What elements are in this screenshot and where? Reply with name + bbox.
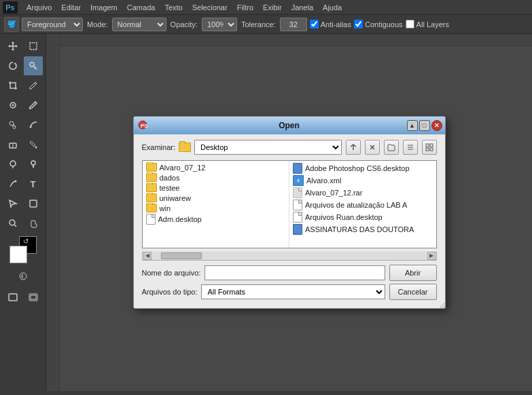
paint-bucket-tool[interactable]: [24, 135, 43, 154]
blur-tool[interactable]: [3, 155, 22, 174]
screen-mode2-btn[interactable]: [24, 288, 43, 307]
opacity-select[interactable]: 100%: [202, 18, 237, 31]
lasso-tool[interactable]: [3, 56, 22, 75]
horizontal-scrollbar[interactable]: ◀ ▶: [142, 251, 437, 261]
list-item[interactable]: Arquivos de atualização LAB A: [291, 199, 435, 211]
menu-janela[interactable]: Janela: [287, 2, 318, 13]
svg-line-40: [440, 303, 445, 308]
resize-handle[interactable]: [437, 300, 445, 308]
list-item[interactable]: Arquivos Ruan.desktop: [291, 211, 435, 223]
menu-exibir[interactable]: Exibir: [258, 2, 287, 13]
menu-editar[interactable]: Editar: [56, 2, 86, 13]
file-icon: [293, 212, 302, 223]
svg-marker-3: [16, 45, 18, 48]
list-item[interactable]: Adm.desktop: [144, 213, 288, 225]
contiguous-checkbox[interactable]: [354, 20, 363, 29]
cancel-button[interactable]: Cancelar: [389, 284, 437, 300]
hand-tool[interactable]: [24, 214, 43, 233]
spot-heal-tool[interactable]: [3, 96, 22, 115]
menu-texto[interactable]: Texto: [160, 2, 187, 13]
tolerance-input[interactable]: [280, 18, 307, 31]
delete-btn[interactable]: [365, 140, 380, 155]
swap-colors-icon[interactable]: ↺: [23, 238, 29, 245]
new-folder-btn[interactable]: [384, 140, 399, 155]
anti-alias-checkbox[interactable]: [310, 20, 319, 29]
list-item[interactable]: win: [144, 203, 288, 213]
tool-row-6: [3, 135, 43, 154]
go-up-btn[interactable]: [346, 140, 361, 155]
list-item[interactable]: Adobe Photoshop CS6.desktop: [291, 162, 435, 174]
path-select-tool[interactable]: [3, 194, 22, 213]
menu-ajuda[interactable]: Ajuda: [318, 2, 347, 13]
list-item[interactable]: dados: [144, 172, 288, 183]
all-layers-label[interactable]: All Layers: [406, 20, 449, 29]
magic-wand-tool[interactable]: [24, 56, 43, 75]
history-brush-tool[interactable]: [24, 115, 43, 134]
background-color[interactable]: [10, 246, 27, 263]
contiguous-label[interactable]: Contiguous: [354, 20, 403, 29]
dialog-minimize-btn[interactable]: ▲: [407, 120, 418, 131]
svg-text:PS: PS: [141, 123, 147, 129]
tool-row-4: [3, 96, 43, 115]
svg-point-16: [29, 126, 31, 128]
list-item[interactable]: X Alvaro.xml: [291, 174, 435, 187]
menu-imagem[interactable]: Imagem: [86, 2, 122, 13]
tool-row-10: [3, 214, 43, 233]
list-item[interactable]: Alvaro_07_12.rar: [291, 187, 435, 199]
menu-arquivo[interactable]: Arquivo: [22, 2, 56, 13]
list-item[interactable]: Alvaro_07_12: [144, 162, 288, 172]
list-item[interactable]: uniwarew: [144, 193, 288, 203]
tool-preset-icon[interactable]: 🪣: [4, 17, 19, 32]
pen-tool[interactable]: [3, 174, 22, 193]
dialog-maximize-btn[interactable]: □: [419, 120, 430, 131]
tolerance-label: Tolerance:: [241, 20, 276, 29]
text-tool[interactable]: T: [24, 174, 43, 193]
eraser-tool[interactable]: [3, 135, 22, 154]
open-button[interactable]: Abrir: [389, 265, 437, 281]
folder-icon: [146, 193, 157, 202]
filetype-row: Arquivos do tipo: All Formats Cancelar: [142, 284, 437, 300]
list-item[interactable]: ASSINATURAS DAS DOUTORA: [291, 223, 435, 236]
mode-select[interactable]: Normal: [112, 18, 166, 31]
quick-mask-tool[interactable]: [14, 267, 33, 286]
examinar-select[interactable]: Desktop: [194, 140, 341, 155]
svg-point-23: [14, 181, 16, 183]
list-view-btn[interactable]: [403, 140, 418, 155]
open-dialog: PS Open ▲ □ ✕ Examinar:: [133, 116, 446, 309]
move-tool[interactable]: [3, 37, 22, 56]
clone-stamp-tool[interactable]: [3, 115, 22, 134]
examinar-row: Examinar: Desktop: [142, 140, 437, 155]
menu-camada[interactable]: Camada: [122, 2, 160, 13]
dialog-close-btn[interactable]: ✕: [431, 120, 442, 131]
menu-selecionar[interactable]: Selecionar: [188, 2, 232, 13]
svg-line-26: [14, 225, 16, 227]
list-item[interactable]: testee: [144, 183, 288, 193]
details-view-btn[interactable]: [422, 140, 437, 155]
screen-mode-btn[interactable]: [3, 288, 22, 307]
zoom-tool[interactable]: [3, 214, 22, 233]
filetype-select[interactable]: All Formats: [201, 284, 385, 299]
rar-file-icon: [293, 187, 302, 198]
filename-input[interactable]: [205, 265, 385, 280]
tool-foreground-select[interactable]: Foreground: [22, 18, 83, 31]
anti-alias-label[interactable]: Anti-alias: [310, 20, 351, 29]
brush-tool[interactable]: [24, 96, 43, 115]
file-icon: [146, 214, 156, 225]
eyedropper-tool[interactable]: [24, 76, 43, 95]
color-swatches[interactable]: ↺: [10, 236, 37, 263]
dialog-titlebar: PS Open ▲ □ ✕: [134, 117, 445, 134]
desktop-file-icon: [293, 163, 302, 174]
tool-row-1: [3, 37, 43, 56]
shape-tool[interactable]: [24, 194, 43, 213]
scroll-thumb[interactable]: [161, 252, 202, 259]
all-layers-checkbox[interactable]: [406, 20, 414, 29]
crop-tool[interactable]: [3, 76, 22, 95]
scroll-left-btn[interactable]: ◀: [143, 252, 152, 260]
dialog-overlay: PS Open ▲ □ ✕ Examinar:: [46, 34, 532, 391]
scroll-right-btn[interactable]: ▶: [427, 252, 436, 260]
marquee-tool[interactable]: [24, 37, 43, 56]
dialog-app-icon: PS: [138, 120, 147, 131]
dialog-title: Open: [279, 121, 300, 130]
dodge-tool[interactable]: [24, 155, 43, 174]
menu-filtro[interactable]: Filtro: [232, 2, 258, 13]
